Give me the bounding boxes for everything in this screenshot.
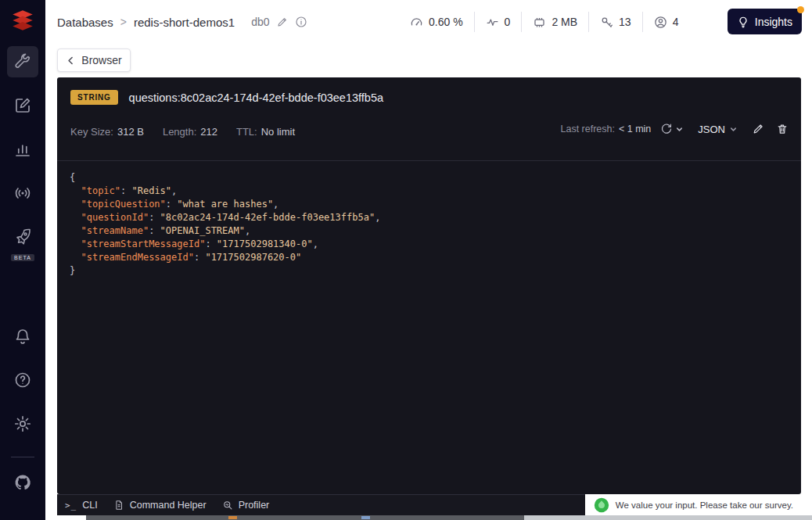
chevron-left-icon [66,56,76,66]
browser-back-label: Browser [81,54,121,66]
info-icon[interactable] [295,16,307,28]
notifications-button[interactable] [7,321,38,352]
sidebar: BETA [0,0,45,520]
key-length-value: 212 [200,126,217,138]
key-details-panel: STRING questions:8c02ac24-174d-42ef-bdde… [57,77,801,494]
github-button[interactable] [7,467,38,498]
key-title-row: STRING questions:8c02ac24-174d-42ef-bdde… [70,90,383,105]
sidebar-bottom-group [7,321,38,520]
user-circle-icon [654,16,667,29]
last-refresh-value: < 1 min [619,124,651,134]
survey-text: We value your input. Please take our sur… [616,500,793,510]
db-index-label: db0 [251,16,269,28]
gear-icon [13,414,32,433]
json-viewer: { "topic": "Redis", "topicQuestion": "wh… [57,161,801,494]
top-bar: Databases > redis-short-demos1 db0 0.60 … [45,0,812,44]
settings-button[interactable] [7,408,38,439]
bottom-tool-bar: >_ CLI Command Helper Profiler [57,494,585,515]
memory-chip-icon [533,16,546,29]
workbench-edit-icon [13,96,32,115]
metric-clients-value: 4 [673,16,679,28]
cli-button[interactable]: >_ CLI [65,500,98,511]
key-icon [600,16,613,29]
metric-commands: 0 [475,16,522,29]
format-selector[interactable]: JSON [698,124,738,135]
magnifier-icon [222,500,233,511]
breadcrumb-database-name: redis-short-demos1 [134,16,235,29]
bar-chart-icon [13,140,32,159]
chevron-down-icon [729,125,738,134]
cli-label: CLI [82,500,97,511]
cli-prompt-icon: >_ [65,500,77,511]
broadcast-icon [13,184,32,203]
nav-beta-group: BETA [7,221,38,261]
insights-label: Insights [755,16,792,28]
beta-badge: BETA [11,254,34,261]
nav-workbench-button[interactable] [7,90,38,121]
question-circle-icon [13,371,32,389]
key-ttl-value: No limit [261,126,295,138]
background-window-segment [524,515,812,520]
profiler-label: Profiler [239,500,270,511]
key-ttl-label: TTL: [236,126,257,138]
background-window-strip [45,515,812,520]
insights-button[interactable]: Insights [728,9,802,34]
notification-dot [797,6,804,13]
nav-browser-button[interactable] [7,46,38,77]
document-icon [113,500,124,511]
help-button[interactable] [7,364,38,396]
background-window-segment [86,515,524,520]
edit-value-pencil-icon[interactable] [752,123,764,135]
browser-back-button[interactable]: Browser [57,48,131,72]
nav-analytics-button[interactable] [7,134,38,165]
key-length-label: Length: [163,126,196,138]
breadcrumb-databases-link[interactable]: Databases [57,16,113,29]
refresh-icon[interactable] [660,123,673,135]
metric-memory-value: 2 MB [552,16,577,28]
cpu-gauge-icon [410,16,423,29]
nav-pubsub-button[interactable] [7,178,38,209]
profiler-button[interactable]: Profiler [222,500,270,511]
metric-memory: 2 MB [522,16,588,29]
background-fleck [361,516,370,519]
survey-link[interactable]: We value your input. Please take our sur… [594,494,793,515]
background-fleck [228,516,237,519]
key-controls: Last refresh: < 1 min JSON [561,123,789,135]
breadcrumb: Databases > redis-short-demos1 db0 [57,0,307,44]
key-length-meta: Length:212 [163,126,217,138]
key-size-label: Key Size: [70,126,113,138]
github-icon [13,473,32,492]
sidebar-divider [11,457,34,457]
command-helper-label: Command Helper [130,500,207,511]
key-size-meta: Key Size:312 B [70,126,144,138]
key-type-badge: STRING [70,90,118,105]
db-index-group: db0 [251,16,307,28]
metric-commands-value: 0 [505,16,511,28]
metric-cpu-value: 0.60 % [429,16,463,28]
key-meta-row: Key Size:312 B Length:212 TTL:No limit [70,126,295,138]
lightbulb-icon [737,16,749,28]
delete-key-trash-icon[interactable] [776,123,789,135]
key-size-value: 312 B [117,126,144,138]
redis-logo [7,5,38,37]
metric-keys-value: 13 [619,16,631,28]
wrench-icon [13,52,32,71]
activity-pulse-icon [486,16,499,29]
auto-refresh-chevron-icon[interactable] [675,125,684,134]
nav-triggers-functions-button[interactable] [7,221,38,253]
metric-keys: 13 [589,16,642,29]
rocket-icon [13,228,32,246]
command-helper-button[interactable]: Command Helper [113,500,207,511]
sidebar-nav: BETA [7,46,38,267]
bell-icon [13,327,32,346]
database-metrics: 0.60 % 0 2 MB 13 4 [399,0,689,44]
breadcrumb-separator: > [120,16,127,28]
edit-alias-pencil-icon[interactable] [276,16,288,28]
survey-logo-icon [594,497,609,513]
format-selector-value: JSON [698,124,725,135]
metric-cpu: 0.60 % [399,16,474,29]
last-refresh-label: Last refresh: [561,124,615,134]
metric-clients: 4 [643,16,690,29]
key-name: questions:8c02ac24-174d-42ef-bdde-f03ee1… [129,91,383,104]
key-ttl-meta: TTL:No limit [236,126,295,138]
